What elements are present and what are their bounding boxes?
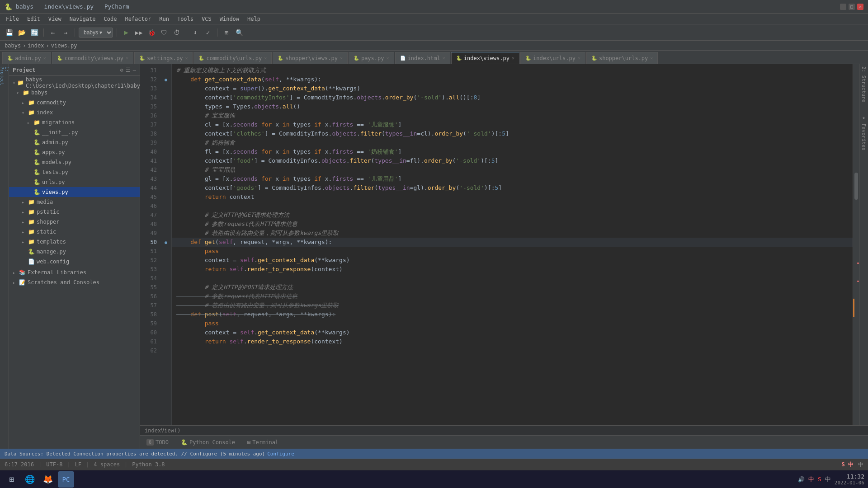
tab-8[interactable]: 🐍index\urls.py✕ xyxy=(520,52,585,64)
menu-item-navigate[interactable]: Navigate xyxy=(66,15,99,23)
project-panel-tab[interactable]: 1: Project xyxy=(0,66,9,94)
forward-button[interactable]: → xyxy=(60,27,71,38)
menu-item-tools[interactable]: Tools xyxy=(174,15,197,23)
search-everywhere-button[interactable]: 🔍 xyxy=(234,27,245,38)
tree-item-external-libraries[interactable]: 📚 External Libraries xyxy=(9,267,140,277)
menu-item-window[interactable]: Window xyxy=(216,15,243,23)
maximize-button[interactable]: □ xyxy=(849,4,855,10)
favorites-panel-btn[interactable]: ★ Favorites xyxy=(861,115,867,150)
run-config-button[interactable]: ▶▶ xyxy=(133,27,144,38)
menu-item-view[interactable]: View xyxy=(45,15,65,23)
gutter-57 xyxy=(160,301,171,310)
breadcrumb-babys[interactable]: babys xyxy=(5,42,21,49)
tree-item-apps[interactable]: 🐍 apps.py xyxy=(9,147,140,157)
close-button[interactable]: ✕ xyxy=(857,4,863,10)
tab-3[interactable]: 🐍commodity\urls.py✕ xyxy=(193,52,272,64)
structure-panel-btn[interactable]: 2: Structure xyxy=(861,66,867,102)
start-button[interactable]: ⊞ xyxy=(4,471,20,488)
menu-item-file[interactable]: File xyxy=(2,15,23,23)
toolbar: 💾 📂 🔄 ← → babys ▾ ▶ ▶▶ 🐞 🛡 ⏱ ⬇ ✓ ⊞ 🔍 xyxy=(0,24,868,41)
tree-item-models[interactable]: 🐍 models.py xyxy=(9,157,140,167)
code-line-53: return self.render_to_response(context) xyxy=(172,265,853,274)
status-spaces[interactable]: 4 spaces xyxy=(94,461,120,468)
menu-item-run[interactable]: Run xyxy=(156,15,173,23)
scroll-indicator xyxy=(853,64,859,425)
taskbar-firefox-icon[interactable]: 🦊 xyxy=(40,471,56,488)
breadcrumb-index[interactable]: index xyxy=(28,42,44,49)
vcs-commit-button[interactable]: ✓ xyxy=(203,27,213,38)
run-button[interactable]: ▶ xyxy=(121,27,132,38)
tab-1[interactable]: 🐍commodity\views.py✕ xyxy=(52,52,133,64)
sync-button[interactable]: 🔄 xyxy=(29,27,40,38)
tree-item-migrations[interactable]: 📁 migrations xyxy=(9,117,140,127)
taskbar-pycharm-icon[interactable]: PC xyxy=(58,471,74,488)
profile-button[interactable]: ⏱ xyxy=(171,27,182,38)
save-button[interactable]: 💾 xyxy=(4,27,14,38)
terminal-label: Terminal xyxy=(252,439,278,446)
tree-item-index[interactable]: 📁 index xyxy=(9,108,140,117)
breadcrumb-views[interactable]: views.py xyxy=(51,42,77,49)
tree-arrow-babys xyxy=(16,90,21,95)
todo-tab[interactable]: 6 TODO xyxy=(144,438,171,446)
tree-item-urls[interactable]: 🐍 urls.py xyxy=(9,177,140,187)
tree-item-babys-root[interactable]: 📁 babys C:\Users\ied\Desktop\chapter11\b… xyxy=(9,78,140,88)
gutter-45 xyxy=(160,192,171,202)
status-position[interactable]: 6:17 2016 xyxy=(5,461,34,468)
toolbar-separator-1 xyxy=(43,28,44,37)
minimize-button[interactable]: — xyxy=(840,4,846,10)
debug-button[interactable]: 🐞 xyxy=(146,27,157,38)
branch-selector[interactable]: babys ▾ xyxy=(79,28,113,38)
tree-item-babys[interactable]: 📁 babys xyxy=(9,88,140,98)
status-separator-3: | xyxy=(86,461,89,468)
tree-item-templates[interactable]: 📁 templates xyxy=(9,237,140,247)
tab-9[interactable]: 🐍shopper\urls.py✕ xyxy=(586,52,658,64)
status-utf8[interactable]: UTF-8 xyxy=(46,461,62,468)
sidebar-minimize-icon[interactable]: — xyxy=(133,67,136,73)
taskbar-ime2-icon: 中 xyxy=(825,475,831,483)
vcs-update-button[interactable]: ⬇ xyxy=(190,27,201,38)
configure-link[interactable]: Configure xyxy=(267,451,294,457)
menu-item-refactor[interactable]: Refactor xyxy=(121,15,155,23)
back-button[interactable]: ← xyxy=(47,27,58,38)
open-button[interactable]: 📂 xyxy=(16,27,27,38)
tab-0[interactable]: 🐍admin.py✕ xyxy=(2,52,51,64)
tree-item-views[interactable]: 🐍 views.py xyxy=(9,187,140,197)
sidebar-settings-icon[interactable]: ⚙ xyxy=(120,67,123,73)
tree-item-init[interactable]: 🐍 __init__.py xyxy=(9,127,140,137)
tree-item-tests[interactable]: 🐍 tests.py xyxy=(9,167,140,177)
status-python[interactable]: Python 3.8 xyxy=(132,461,165,468)
function-footer: indexView() xyxy=(140,425,868,435)
status-lf[interactable]: LF xyxy=(75,461,81,468)
tree-item-commodity[interactable]: 📁 commodity xyxy=(9,98,140,108)
tree-item-shopper[interactable]: 📁 shopper xyxy=(9,217,140,227)
menu-item-help[interactable]: Help xyxy=(244,15,264,23)
right-scrollbar[interactable] xyxy=(853,64,859,425)
tree-item-pstatic[interactable]: 📁 pstatic xyxy=(9,207,140,217)
coverage-button[interactable]: 🛡 xyxy=(159,27,170,38)
scroll-error-mark xyxy=(857,263,859,264)
bottom-bar: 6 TODO 🐍 Python Console ⊞ Terminal xyxy=(140,435,868,449)
tree-item-admin[interactable]: 🐍 admin.py xyxy=(9,137,140,147)
tab-2[interactable]: 🐍settings.py✕ xyxy=(134,52,193,64)
terminal-button[interactable]: ⊞ xyxy=(221,27,232,38)
tab-6[interactable]: 📄index.html✕ xyxy=(395,52,450,64)
code-editor[interactable]: # 重新定义模板上下文的获取方式 def get_context_data(se… xyxy=(172,64,853,425)
terminal-tab[interactable]: ⊞ Terminal xyxy=(245,438,281,446)
menu-item-vcs[interactable]: VCS xyxy=(198,15,215,23)
tree-item-static[interactable]: 📁 static xyxy=(9,227,140,237)
tab-7[interactable]: 🐍index\views.py✕ xyxy=(451,52,519,64)
tree-item-webconfig[interactable]: 📄 web.config xyxy=(9,257,140,267)
right-panel: 2: Structure ★ Favorites xyxy=(859,64,868,425)
tree-item-scratches[interactable]: 📝 Scratches and Consoles xyxy=(9,277,140,287)
tab-5[interactable]: 🐍pays.py✕ xyxy=(349,52,394,64)
menu-item-edit[interactable]: Edit xyxy=(24,15,44,23)
status-separator-1: | xyxy=(38,461,42,468)
menu-item-code[interactable]: Code xyxy=(100,15,121,23)
python-console-tab[interactable]: 🐍 Python Console xyxy=(178,438,238,446)
sidebar-gear-icon[interactable]: ☰ xyxy=(126,67,131,73)
taskbar-browser-icon[interactable]: 🌐 xyxy=(22,471,38,488)
tab-4[interactable]: 🐍shopper\views.py✕ xyxy=(273,52,348,64)
editor-area: 31 32 33 34 35 36 37 38 39 40 41 42 43 4… xyxy=(140,64,868,449)
tree-item-media[interactable]: 📁 media xyxy=(9,197,140,207)
tree-item-manage[interactable]: 🐍 manage.py xyxy=(9,247,140,257)
